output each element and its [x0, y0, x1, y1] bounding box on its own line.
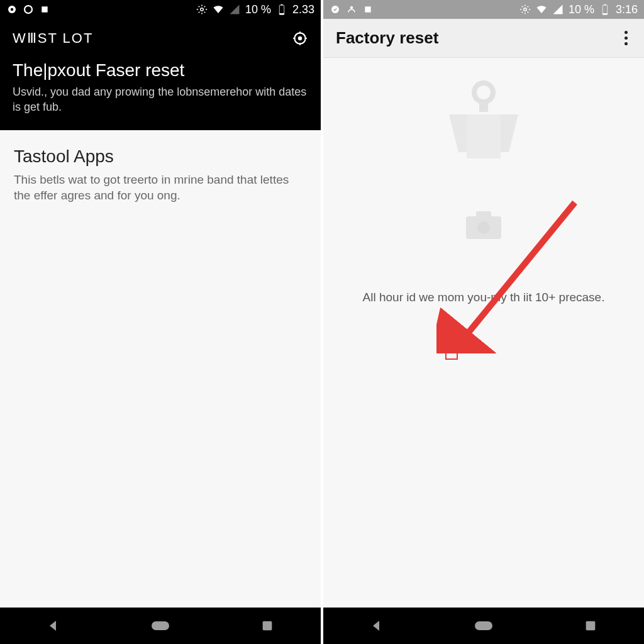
- svg-rect-20: [467, 114, 501, 158]
- svg-rect-19: [479, 101, 488, 112]
- battery-icon: [276, 4, 287, 15]
- svg-rect-7: [279, 13, 284, 14]
- nav-home-button[interactable]: [475, 617, 492, 635]
- svg-rect-13: [365, 6, 370, 12]
- svg-point-4: [201, 8, 204, 11]
- svg-point-18: [474, 83, 493, 102]
- notif-icon-2: [23, 4, 34, 15]
- notif-icon-b: [346, 4, 357, 15]
- svg-rect-6: [280, 4, 282, 6]
- cell-signal-icon: [552, 4, 564, 15]
- app-bar: Factory reset: [323, 19, 644, 58]
- nav-recent-button[interactable]: [258, 617, 276, 635]
- screen-title: Factory reset: [336, 28, 438, 48]
- camera-icon: [465, 209, 502, 240]
- nav-bar-right: [323, 608, 644, 644]
- svg-rect-10: [263, 621, 272, 631]
- svg-point-23: [477, 221, 490, 234]
- svg-rect-17: [602, 13, 608, 14]
- svg-rect-16: [604, 4, 606, 6]
- header-dark: WⅢST LOT The|pxout Faser reset Usvid., y…: [0, 19, 321, 130]
- battery-percent: 10 %: [569, 3, 594, 16]
- overflow-menu-icon[interactable]: [621, 27, 631, 49]
- settings-gear-icon: [519, 4, 531, 15]
- notif-icon-c: [362, 4, 374, 15]
- notif-icon-a: [330, 4, 341, 15]
- nav-home-button[interactable]: [152, 617, 169, 635]
- reset-illustration-icon: [436, 77, 531, 184]
- header-subtitle: Usvid., you dad any prowing the lobnseme…: [13, 84, 308, 115]
- svg-rect-22: [476, 211, 491, 219]
- notif-icon-3: [39, 4, 50, 15]
- svg-point-14: [524, 8, 527, 11]
- svg-point-2: [25, 6, 32, 13]
- brand-title: WⅢST LOT: [13, 30, 93, 47]
- battery-icon: [599, 4, 611, 15]
- cell-signal-icon: [229, 4, 240, 15]
- wifi-icon: [536, 4, 547, 15]
- svg-point-1: [11, 8, 14, 11]
- nav-bar-left: [0, 608, 321, 644]
- svg-point-9: [299, 37, 301, 40]
- notif-icon-1: [6, 4, 18, 15]
- content-right: All hour id we mom you-my th iit 10+ pre…: [323, 58, 644, 608]
- clock-time: 3:16: [616, 3, 638, 16]
- phone-left: 10 % 2.33 WⅢST LOT The|pxout Faser reset…: [0, 0, 321, 644]
- svg-rect-25: [586, 621, 596, 631]
- status-bar-left: 10 % 2.33: [0, 0, 321, 19]
- section-body: This betls wat to got treerto in mrine b…: [14, 172, 307, 204]
- clock-time: 2.33: [292, 3, 314, 16]
- svg-rect-3: [42, 6, 47, 12]
- nav-recent-button[interactable]: [582, 617, 599, 635]
- svg-point-12: [350, 6, 353, 9]
- content-left: Tastool Apps This betls wat to got treer…: [0, 130, 321, 608]
- status-bar-right: 10 % 3:16: [323, 0, 644, 19]
- info-text: All hour id we mom you-my th iit 10+ pre…: [350, 291, 618, 304]
- annotation-highlight-box: [445, 341, 458, 360]
- nav-back-button[interactable]: [45, 617, 62, 635]
- section-title: Tastool Apps: [14, 147, 307, 167]
- header-title: The|pxout Faser reset: [13, 60, 308, 80]
- annotation-arrow-icon: [436, 184, 600, 353]
- target-icon[interactable]: [292, 30, 308, 47]
- nav-back-button[interactable]: [368, 617, 386, 635]
- settings-gear-icon: [196, 4, 208, 15]
- phone-right: 10 % 3:16 Factory reset: [323, 0, 644, 644]
- wifi-icon: [213, 4, 224, 15]
- battery-percent: 10 %: [245, 3, 271, 16]
